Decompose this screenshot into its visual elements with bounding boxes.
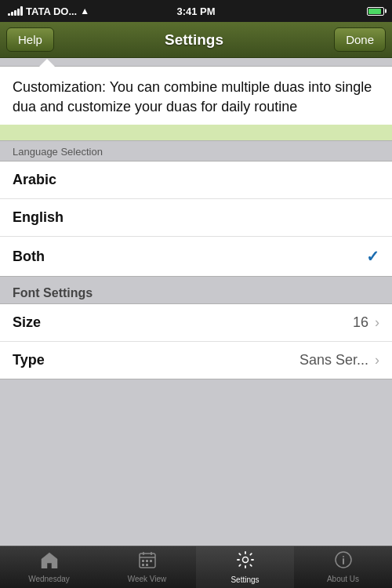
size-label: Size: [13, 314, 41, 331]
done-button[interactable]: Done: [334, 27, 386, 52]
battery-icon: [367, 7, 384, 16]
arabic-row[interactable]: Arabic: [0, 162, 392, 199]
battery-fill: [368, 9, 381, 14]
info-box: Customization: You can combine multiple …: [0, 66, 392, 141]
wifi-icon: ▲: [80, 5, 89, 16]
svg-point-9: [242, 557, 248, 563]
gear-icon: [236, 550, 255, 574]
info-icon: [335, 551, 352, 573]
tab-bar: Wednesday Week View Settings: [0, 546, 392, 588]
home-icon: [40, 551, 59, 573]
size-value: 16: [353, 314, 368, 331]
language-options-group: Arabic English Both ✓: [0, 161, 392, 277]
size-right: 16 ›: [353, 314, 379, 331]
status-right: [367, 7, 384, 16]
svg-point-12: [343, 556, 344, 557]
info-box-green-strip: [0, 125, 392, 140]
status-time: 3:41 PM: [176, 5, 215, 17]
type-value: Sans Ser...: [299, 352, 368, 368]
arabic-label: Arabic: [13, 172, 56, 188]
both-right: ✓: [366, 247, 379, 266]
info-box-triangle: [39, 59, 55, 67]
tab-about-us[interactable]: About Us: [294, 546, 392, 588]
status-bar: TATA DO... ▲ 3:41 PM: [0, 0, 392, 22]
svg-rect-5: [146, 560, 148, 562]
tab-settings-label: Settings: [230, 575, 259, 584]
type-label: Type: [13, 352, 45, 368]
both-checkmark: ✓: [366, 247, 379, 266]
english-row[interactable]: English: [0, 199, 392, 237]
size-chevron-icon: ›: [375, 314, 379, 331]
tab-wednesday-label: Wednesday: [28, 575, 70, 583]
tab-settings[interactable]: Settings: [196, 546, 294, 588]
both-row[interactable]: Both ✓: [0, 237, 392, 276]
svg-rect-4: [142, 560, 144, 562]
carrier-label: TATA DO...: [26, 5, 77, 17]
tab-week-view-label: Week View: [128, 575, 167, 583]
svg-rect-6: [150, 560, 152, 562]
page-title: Settings: [165, 31, 223, 49]
tab-wednesday[interactable]: Wednesday: [0, 546, 98, 588]
type-row[interactable]: Type Sans Ser... ›: [0, 342, 392, 379]
font-settings-header: Font Settings: [0, 277, 392, 303]
main-content: Customization: You can combine multiple …: [0, 58, 392, 546]
english-label: English: [13, 209, 64, 226]
info-box-text: Customization: You can combine multiple …: [13, 78, 379, 117]
type-right: Sans Ser... ›: [299, 352, 379, 368]
type-chevron-icon: ›: [375, 352, 379, 368]
font-settings-group: Size 16 › Type Sans Ser... ›: [0, 303, 392, 379]
signal-icon: [8, 6, 23, 16]
help-button[interactable]: Help: [6, 27, 54, 52]
both-label: Both: [13, 249, 45, 265]
tab-week-view[interactable]: Week View: [98, 546, 196, 588]
language-section-label: Language Selection: [0, 141, 392, 161]
svg-rect-7: [142, 564, 144, 566]
calendar-icon: [139, 551, 156, 573]
nav-bar: Help Settings Done: [0, 22, 392, 58]
tab-about-us-label: About Us: [327, 575, 359, 583]
status-left: TATA DO... ▲: [8, 5, 89, 17]
size-row[interactable]: Size 16 ›: [0, 304, 392, 342]
svg-rect-8: [146, 564, 148, 566]
